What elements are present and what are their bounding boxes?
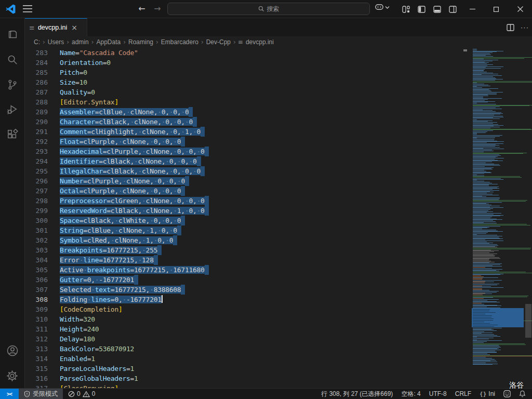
line-number[interactable]: 314 [25,354,48,364]
code-line[interactable]: 285Pitch=0 [25,68,470,77]
code-line[interactable]: 317[ClassBrowsing] [25,383,470,388]
remote-indicator[interactable]: >< [0,389,19,399]
line-number[interactable]: 302 [25,235,48,245]
line-number[interactable]: 295 [25,166,48,176]
code-line[interactable]: 283Name="Cascadia Code" [25,48,470,58]
line-number[interactable]: 317 [25,383,48,388]
code-line[interactable]: 316ParseGlobalHeaders=1 [25,374,470,383]
line-number[interactable]: 306 [25,275,48,285]
extensions-icon[interactable] [0,122,25,147]
code-line[interactable]: 304Error·line=16777215,·128 [25,255,470,265]
code-line[interactable]: 302Symbol=clRed,·clNone,·1,·0,·0 [25,235,470,245]
split-editor-icon[interactable] [507,24,514,31]
breadcrumb-item[interactable]: Users [47,38,64,46]
more-actions-icon[interactable]: ··· [521,23,529,31]
account-icon[interactable] [0,338,25,363]
copilot-button[interactable] [375,4,390,11]
line-number[interactable]: 290 [25,117,48,127]
breadcrumb-item[interactable]: devcpp.ini [245,38,274,46]
code-line[interactable]: 310Width=320 [25,314,470,324]
line-number[interactable]: 297 [25,186,48,196]
line-number[interactable]: 299 [25,206,48,216]
code-line[interactable]: 299ReservedWord=clBlack,·clNone,·1,·0,·0 [25,206,470,216]
run-debug-icon[interactable] [0,97,25,122]
code-line[interactable]: 284Orientation=0 [25,58,470,68]
indentation[interactable]: 空格: 4 [401,390,420,398]
explorer-icon[interactable] [0,22,25,47]
toggle-primary-sidebar-icon[interactable] [414,0,429,18]
customize-layout-icon[interactable] [398,0,414,18]
line-number[interactable]: 284 [25,58,48,68]
line-number[interactable]: 308 [25,295,48,304]
scrollbar-slider[interactable] [525,304,531,338]
code-line[interactable]: 287Quality=0 [25,87,470,97]
breadcrumb-item[interactable]: Roaming [128,38,154,46]
breadcrumb-item[interactable]: Dev-Cpp [206,38,231,46]
line-number[interactable]: 294 [25,156,48,166]
line-number[interactable]: 300 [25,216,48,225]
code-line[interactable]: 314Enabled=1 [25,354,470,364]
code-line[interactable]: 305Active·breakpoints=16777215,·16711680 [25,265,470,275]
notifications-bell-icon[interactable] [519,390,526,397]
code-line[interactable]: 290Character=clBlack,·clNone,·0,·0,·0 [25,117,470,127]
source-control-icon[interactable] [0,72,25,97]
breadcrumb-item[interactable]: Embarcadero [161,38,199,46]
line-number[interactable]: 293 [25,147,48,156]
code-line[interactable]: 293Hexadecimal=clPurple,·clNone,·0,·0,·0 [25,147,470,156]
editor[interactable]: 283Name="Cascadia Code"284Orientation=02… [25,48,532,388]
feedback-smiley-icon[interactable] [503,390,511,397]
nav-back-icon[interactable]: ← [136,3,148,15]
line-number[interactable]: 304 [25,255,48,265]
tab-close-icon[interactable]: × [71,23,77,32]
code-line[interactable]: 308Folding·lines=0,·-16777201 [25,295,470,304]
code-line[interactable]: 306Gutter=0,·-16777201 [25,275,470,285]
command-center-search[interactable]: 搜索 [167,3,370,15]
code-line[interactable]: 298Preprocessor=clGreen,·clNone,·0,·0,·0 [25,196,470,206]
minimize-button[interactable] [460,0,484,18]
maximize-button[interactable] [484,0,508,18]
close-window-button[interactable] [508,0,532,18]
line-number[interactable]: 303 [25,245,48,255]
line-number[interactable]: 305 [25,265,48,275]
breadcrumb-item[interactable]: AppData [96,38,121,46]
tab-devcpp-ini[interactable]: ≡ devcpp.ini × [25,18,87,36]
code-line[interactable]: 313BackColor=536870912 [25,344,470,354]
workspace-trust-badge[interactable]: 受限模式 [19,389,63,399]
code-line[interactable]: 286Size=10 [25,77,470,87]
code-line[interactable]: 295IllegalChar=clBlack,·clNone,·0,·0,·0 [25,166,470,176]
editor-scrollbar[interactable] [525,48,532,388]
line-number[interactable]: 315 [25,364,48,374]
line-number[interactable]: 316 [25,374,48,383]
code-line[interactable]: 289Assembler=clBlue,·clNone,·0,·0,·0 [25,107,470,117]
settings-gear-icon[interactable] [0,363,25,388]
line-number[interactable]: 301 [25,225,48,235]
problems-indicator[interactable]: 0 0 [63,390,100,397]
code-line[interactable]: 309[CodeCompletion] [25,304,470,314]
line-number[interactable]: 292 [25,137,48,147]
menu-hamburger-icon[interactable] [23,5,33,14]
language-mode[interactable]: {} Ini [480,390,495,397]
line-number[interactable]: 309 [25,304,48,314]
line-number[interactable]: 289 [25,107,48,117]
line-number[interactable]: 296 [25,176,48,186]
line-number[interactable]: 285 [25,68,48,77]
code-line[interactable]: 307Selected·text=16777215,·8388608 [25,285,470,295]
line-number[interactable]: 312 [25,334,48,344]
toggle-secondary-sidebar-icon[interactable] [445,0,460,18]
code-line[interactable]: 301String=clBlue,·clNone,·1,·0,·0 [25,225,470,235]
code-line[interactable]: 297Octal=clPurple,·clNone,·0,·0,·0 [25,186,470,196]
minimap[interactable] [472,49,524,388]
line-number[interactable]: 286 [25,77,48,87]
line-number[interactable]: 287 [25,87,48,97]
line-number[interactable]: 288 [25,97,48,107]
line-number[interactable]: 298 [25,196,48,206]
nav-forward-icon[interactable]: → [152,3,163,15]
line-number[interactable]: 313 [25,344,48,354]
breadcrumb-item[interactable]: C: [33,38,41,46]
line-number[interactable]: 307 [25,285,48,295]
toggle-panel-icon[interactable] [429,0,445,18]
line-number[interactable]: 283 [25,48,48,58]
cursor-position[interactable]: 行 308, 列 27 (已选择669) [321,390,393,398]
code-line[interactable]: 288[Editor.Syntax] [25,97,470,107]
line-number[interactable]: 311 [25,324,48,334]
